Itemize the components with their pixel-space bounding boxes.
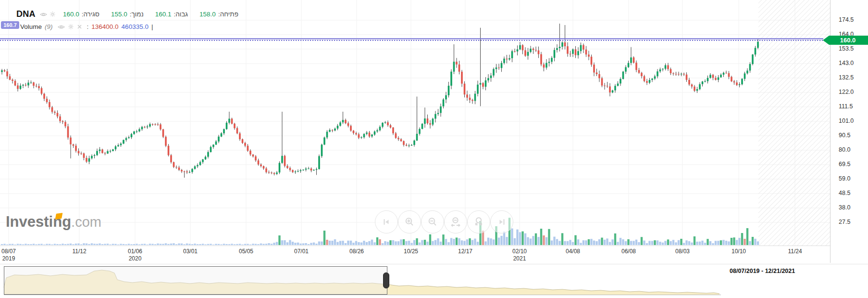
x-axis-label: 11/24 (781, 248, 808, 255)
price-line-badge: 160.7 (1, 21, 19, 29)
eye-icon[interactable] (58, 24, 65, 30)
gear-icon[interactable] (50, 11, 56, 17)
zoom-out-button[interactable] (421, 210, 444, 233)
close-icon[interactable] (77, 24, 82, 29)
x-axis-label: 08/03 (669, 248, 696, 255)
pan-left-icon (381, 216, 392, 228)
x-axis-year-label: 2019 (0, 255, 22, 262)
x-axis-label: 12/17 (452, 248, 479, 255)
y-axis-label: 111.5 (839, 103, 853, 110)
symbol-title: DNA (16, 9, 36, 19)
chart-app: DNA פתיחה: 158.0 גבוה: 160.1 נמוך: 155.0… (0, 0, 868, 298)
legend-low: נמוך: 155.0 (111, 11, 144, 18)
legend-high: גבוה: 160.1 (155, 11, 188, 18)
volume-indicator-legend: Volume (9) : 136400.0 460335.0 | (20, 23, 153, 30)
pan-left-button[interactable] (375, 210, 398, 233)
last-price-tag: 160.0 (823, 36, 868, 45)
legend-close: סגירה: 160.0 (63, 11, 99, 18)
x-axis-label: 04/08 (559, 248, 586, 255)
ohlc-legend: פתיחה: 158.0 גבוה: 160.1 נמוך: 155.0 סגי… (63, 11, 238, 18)
indicator-name: Volume (20, 23, 42, 30)
x-axis-label: 10/10 (725, 248, 752, 255)
x-axis-label: 07/01 (288, 248, 315, 255)
y-axis-label: 48.5 (839, 190, 850, 196)
x-axis-label: 11/12 (66, 248, 93, 255)
y-axis-label: 59.0 (839, 175, 850, 182)
zoom-in-icon (404, 216, 415, 228)
x-axis-label: 08/26 (343, 248, 370, 255)
x-axis-label: 10/25 (397, 248, 424, 255)
y-axis-label: 153.5 (839, 45, 854, 52)
y-axis-label: 143.0 (839, 60, 854, 66)
y-axis-label: 122.0 (839, 89, 854, 95)
investing-logo: Investing.com (6, 213, 101, 233)
x-axis-year-label: 2020 (122, 255, 149, 262)
chart-legend: DNA פתיחה: 158.0 גבוה: 160.1 נמוך: 155.0… (16, 9, 240, 19)
time-axis[interactable]: 08/07201911/1201/06202003/0105/0507/0108… (0, 246, 830, 263)
pan-right-icon (496, 216, 508, 228)
y-axis-label: 174.5 (839, 16, 854, 23)
legend-open: פתיחה: 158.0 (199, 11, 238, 18)
zoom-horizontal-icon (450, 216, 461, 228)
x-axis-label: 02/10 (506, 248, 533, 255)
x-axis-label: 01/06 (122, 248, 149, 255)
range-handle[interactable] (383, 272, 389, 288)
indicator-period: (9) (45, 23, 53, 30)
zoom-reset-icon (473, 216, 484, 228)
logo-suffix-text: .com (71, 214, 101, 230)
x-axis-label: 03/01 (177, 248, 204, 255)
x-axis-year-label: 2021 (506, 255, 533, 262)
date-range-label: 08/07/2019 - 12/21/2021 (730, 268, 795, 274)
gear-icon[interactable] (68, 24, 74, 30)
pan-right-button[interactable] (490, 210, 513, 233)
y-axis-label: 80.0 (839, 146, 850, 153)
volume-value-1: 136400.0 (91, 23, 118, 30)
y-axis-label: 90.5 (839, 132, 850, 139)
y-axis-label: 69.5 (839, 161, 850, 168)
volume-value-2: 460335.0 (122, 23, 149, 30)
range-window[interactable] (4, 266, 387, 295)
zoom-horizontal-button[interactable] (444, 210, 467, 233)
y-axis-label: 132.5 (839, 74, 854, 81)
y-axis-label: 38.0 (839, 204, 850, 211)
x-axis-label: 06/08 (615, 248, 642, 255)
x-axis-label: 08/07 (0, 248, 22, 255)
y-axis-label: 101.0 (839, 117, 854, 124)
zoom-out-icon (427, 216, 438, 228)
eye-icon[interactable] (40, 12, 47, 17)
x-axis-label: 05/05 (233, 248, 260, 255)
y-axis-label: 27.5 (839, 219, 850, 225)
zoom-in-button[interactable] (398, 210, 421, 233)
zoom-reset-button[interactable] (467, 210, 490, 233)
